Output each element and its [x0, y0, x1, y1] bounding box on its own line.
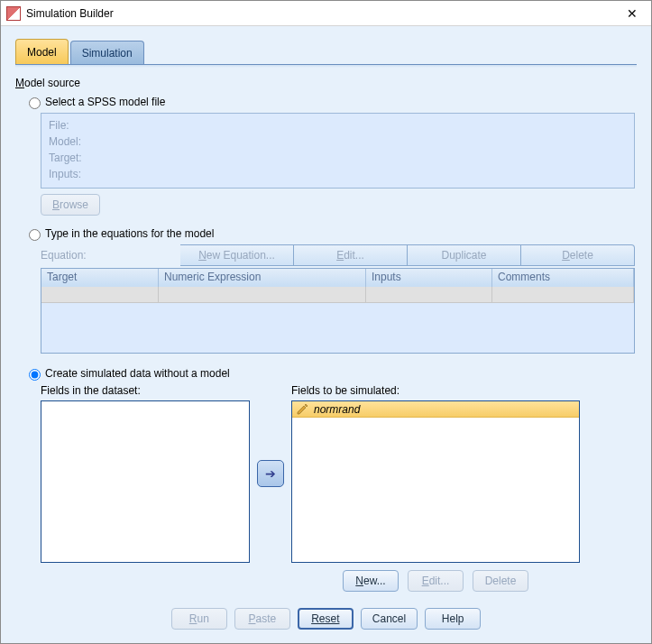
radio-input[interactable]: [29, 97, 41, 109]
new-field-button[interactable]: New...: [343, 570, 399, 592]
section-label: Model source: [15, 77, 637, 89]
radio-label: Select a SPSS model file: [45, 96, 165, 108]
radio-type-equations[interactable]: Type in the equations for the model: [24, 226, 637, 241]
equation-toolbar: Equation: New Equation... Edit... Duplic…: [41, 244, 635, 266]
target-row: Target:: [49, 150, 627, 166]
cancel-button[interactable]: Cancel: [361, 608, 418, 630]
col-comments: Comments: [492, 269, 634, 287]
list-item[interactable]: normrand: [292, 401, 579, 418]
help-button[interactable]: Help: [425, 608, 481, 630]
move-right-button[interactable]: ➔: [257, 460, 284, 487]
tab-simulation[interactable]: Simulation: [70, 41, 144, 64]
col-expr: Numeric Expression: [159, 269, 366, 287]
fields-area: Fields in the dataset: ➔ Fields to be si…: [41, 384, 635, 592]
model-file-panel: File: Model: Target: Inputs:: [41, 113, 635, 189]
arrow-right-icon: ➔: [265, 466, 276, 481]
titlebar: Simulation Builder ✕: [1, 1, 651, 26]
tab-label: Model: [27, 46, 57, 59]
browse-button[interactable]: Browse: [41, 194, 100, 216]
file-row: File:: [49, 117, 627, 133]
tab-bar: Model Simulation: [15, 39, 637, 64]
simulated-fields-list[interactable]: normrand: [291, 400, 580, 563]
paste-button[interactable]: Paste: [234, 608, 290, 630]
simulated-buttons: New... Edit... Delete: [291, 570, 580, 592]
duplicate-equation-button[interactable]: Duplicate: [408, 244, 521, 266]
col-target: Target: [41, 269, 159, 287]
edit-equation-button[interactable]: Edit...: [294, 244, 408, 266]
simulation-builder-window: Simulation Builder ✕ Model Simulation Mo…: [0, 0, 652, 644]
dataset-fields-list[interactable]: [41, 400, 250, 563]
tab-strip: [15, 64, 637, 68]
radio-label: Create simulated data without a model: [45, 367, 230, 380]
edit-field-button[interactable]: Edit...: [408, 570, 464, 592]
radio-input[interactable]: [29, 229, 41, 241]
content-area: Model Simulation Model source Select a S…: [1, 26, 651, 643]
item-label: normrand: [314, 403, 360, 416]
radio-input[interactable]: [29, 369, 41, 381]
tab-label: Simulation: [82, 47, 133, 60]
run-button[interactable]: Run: [171, 608, 227, 630]
pencil-icon: [296, 403, 308, 416]
model-row: Model:: [49, 133, 627, 150]
equation-label: Equation:: [41, 249, 180, 262]
new-equation-button[interactable]: New Equation...: [180, 244, 294, 266]
table-header: Target Numeric Expression Inputs Comment…: [41, 269, 634, 287]
delete-equation-button[interactable]: Delete: [521, 244, 635, 266]
tab-model[interactable]: Model: [15, 39, 69, 64]
window-title: Simulation Builder: [26, 7, 619, 20]
table-row[interactable]: [41, 287, 634, 303]
app-icon: [6, 6, 21, 21]
close-icon: ✕: [627, 6, 638, 21]
model-source-section: Model source Select a SPSS model file Fi…: [15, 77, 637, 592]
dialog-footer: Run Paste Reset Cancel Help: [15, 608, 637, 630]
equations-table: Target Numeric Expression Inputs Comment…: [41, 268, 635, 354]
reset-button[interactable]: Reset: [298, 608, 354, 630]
col-inputs: Inputs: [366, 269, 492, 287]
dataset-fields-label: Fields in the dataset:: [41, 384, 250, 397]
delete-field-button[interactable]: Delete: [473, 570, 528, 592]
radio-select-model-file[interactable]: Select a SPSS model file: [24, 95, 637, 109]
close-button[interactable]: ✕: [619, 4, 646, 23]
radio-label: Type in the equations for the model: [45, 227, 214, 240]
radio-create-simulated[interactable]: Create simulated data without a model: [24, 366, 637, 381]
simulated-fields-label: Fields to be simulated:: [291, 384, 580, 397]
inputs-row: Inputs:: [49, 166, 627, 182]
